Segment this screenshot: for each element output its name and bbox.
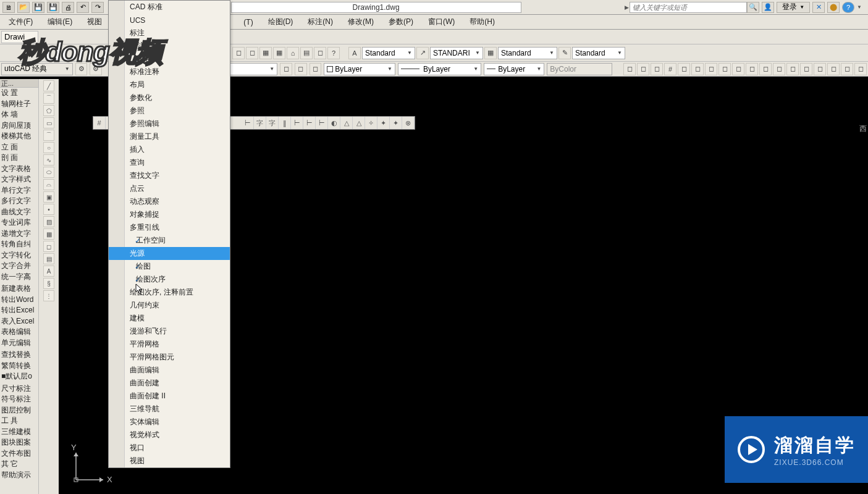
text-panel-item[interactable]: 多行文字 bbox=[0, 196, 38, 207]
text-panel-item[interactable]: 单元编辑 bbox=[0, 338, 38, 349]
tool-icon[interactable]: ▦ bbox=[259, 47, 272, 59]
dropdown-item[interactable]: 实体编辑 bbox=[109, 416, 230, 429]
dropdown-item[interactable]: 曲面编辑 bbox=[109, 364, 230, 377]
text-panel-item[interactable]: 轴网柱子 bbox=[0, 99, 38, 110]
text-panel-item[interactable]: 繁简转换 bbox=[0, 361, 38, 372]
workspace-gear-icon[interactable]: ⚙ bbox=[90, 63, 102, 75]
dropdown-item[interactable]: 绘图次序, 注释前置 bbox=[109, 286, 230, 299]
table-style-dropdown[interactable]: Standard▼ bbox=[498, 47, 557, 59]
rect-icon[interactable]: ▭ bbox=[43, 117, 54, 128]
text-panel-item[interactable]: 剖 面 bbox=[0, 153, 38, 164]
dropdown-item[interactable]: 参照 bbox=[109, 104, 230, 117]
title-right-caret-icon[interactable]: ▶ bbox=[623, 4, 630, 10]
right-tool-icon[interactable]: ◻ bbox=[623, 63, 636, 75]
ft-icon[interactable]: 字 bbox=[254, 117, 266, 129]
dropdown-item[interactable]: 平滑网格图元 bbox=[109, 351, 230, 364]
hatch-icon[interactable]: ▨ bbox=[43, 216, 54, 227]
dropdown-item[interactable]: 三维导航 bbox=[109, 403, 230, 416]
tool-icon[interactable]: ▤ bbox=[300, 47, 313, 59]
tool-icon[interactable]: ▦ bbox=[273, 47, 285, 59]
ft-icon[interactable]: ✦ bbox=[390, 117, 402, 129]
right-tool-icon[interactable]: ◻ bbox=[827, 63, 840, 75]
ft-icon[interactable]: ⊢ bbox=[303, 117, 316, 129]
workspace-settings-icon[interactable]: ⚙ bbox=[75, 63, 88, 75]
ellipse-icon[interactable]: ⬭ bbox=[43, 167, 54, 178]
ft-icon[interactable]: ⊗ bbox=[402, 117, 415, 129]
dropdown-item[interactable]: 视口 bbox=[109, 442, 230, 454]
workspace-dropdown[interactable]: utoCAD 经典▼ bbox=[1, 63, 73, 75]
tool-icon[interactable]: ◻ bbox=[232, 47, 245, 59]
gradient-icon[interactable]: ▦ bbox=[43, 228, 54, 240]
linetype-dropdown[interactable]: ByLayer▼ bbox=[398, 63, 481, 75]
text-panel-item[interactable]: 房间屋顶 bbox=[0, 120, 38, 132]
layer-dropdown[interactable]: ▼ bbox=[228, 63, 277, 75]
polygon-icon[interactable]: ⬠ bbox=[43, 105, 54, 116]
ft-icon[interactable]: ⊢ bbox=[291, 117, 303, 129]
tool-icon[interactable]: ⌂ bbox=[287, 47, 299, 59]
menu-edit[interactable]: 编辑(E) bbox=[40, 15, 80, 29]
dropdown-item[interactable]: 动态观察 bbox=[109, 195, 230, 208]
dim-style-dropdown[interactable]: STANDARI▼ bbox=[430, 47, 483, 59]
mleader-style-dropdown[interactable]: Standard▼ bbox=[572, 47, 625, 59]
dropdown-item[interactable]: 点云 bbox=[109, 182, 230, 195]
text-panel-item[interactable]: 文字合并 bbox=[0, 261, 38, 272]
text-style-dropdown[interactable]: Standard▼ bbox=[362, 47, 415, 59]
dropdown-item[interactable]: 视图 bbox=[109, 454, 230, 467]
right-tool-icon[interactable]: ◻ bbox=[705, 63, 717, 75]
text-panel-item[interactable]: 曲线文字 bbox=[0, 207, 38, 218]
dropdown-item[interactable]: CAD 标准 bbox=[109, 1, 230, 14]
ellipsearc-icon[interactable]: ⌓ bbox=[43, 179, 54, 190]
qat-undo-icon[interactable]: ↶ bbox=[77, 2, 89, 13]
layer-icon[interactable]: ◻ bbox=[295, 63, 307, 75]
text-panel-item[interactable]: 文件布图 bbox=[0, 448, 38, 459]
color-dropdown[interactable]: ByLayer▼ bbox=[324, 63, 395, 75]
point-icon[interactable]: • bbox=[43, 204, 54, 215]
dropdown-item[interactable]: 参数化 bbox=[109, 91, 230, 104]
right-tool-icon[interactable]: ◻ bbox=[746, 63, 758, 75]
search-button-icon[interactable]: 🔍 bbox=[747, 2, 759, 13]
circle-icon[interactable]: ○ bbox=[43, 142, 54, 153]
qat-print-icon[interactable]: 🖨 bbox=[62, 2, 74, 13]
dim-style-icon[interactable]: ↗ bbox=[416, 47, 429, 59]
tool-icon[interactable]: ◻ bbox=[314, 47, 326, 59]
dropdown-item[interactable]: 查找文字 bbox=[109, 169, 230, 182]
ft-icon[interactable]: ⊢ bbox=[316, 117, 328, 129]
text-panel-item[interactable]: 转出Excel bbox=[0, 305, 38, 316]
table-style-icon[interactable]: ▦ bbox=[484, 47, 497, 59]
more-icon[interactable]: ⋮ bbox=[43, 290, 54, 301]
pline-icon[interactable]: ⌒ bbox=[43, 93, 54, 104]
qat-open-icon[interactable]: 📂 bbox=[17, 2, 30, 13]
menu-tools[interactable]: (T) bbox=[236, 16, 260, 28]
layer-icon[interactable]: ◻ bbox=[280, 63, 292, 75]
text-panel-item[interactable]: ■默认层o bbox=[0, 371, 38, 382]
text-panel-item[interactable]: 表格编辑 bbox=[0, 327, 38, 338]
exchange-icon[interactable]: ✕ bbox=[812, 2, 825, 13]
text-panel-item[interactable]: 表入Excel bbox=[0, 316, 38, 327]
text-panel-item[interactable]: 图块图案 bbox=[0, 437, 38, 448]
text-panel-item[interactable]: 体 墙 bbox=[0, 109, 38, 120]
text-panel-item[interactable]: 转出Word bbox=[0, 295, 38, 306]
dropdown-item[interactable]: 标准注释 bbox=[109, 65, 230, 78]
line-icon[interactable]: ╱ bbox=[43, 80, 54, 91]
tool-icon[interactable]: ◻ bbox=[246, 47, 258, 59]
right-tool-icon[interactable]: ◻ bbox=[773, 63, 785, 75]
text-panel-item[interactable]: 文字转化 bbox=[0, 250, 38, 261]
user-icon[interactable]: 👤 bbox=[762, 2, 774, 13]
dropdown-item[interactable]: 测量工具 bbox=[109, 130, 230, 143]
dropdown-item[interactable]: 参照编辑 bbox=[109, 117, 230, 130]
ft-icon[interactable]: △ bbox=[353, 117, 365, 129]
menu-window[interactable]: 窗口(W) bbox=[421, 15, 462, 29]
right-tool-icon[interactable]: ◻ bbox=[814, 63, 826, 75]
text-panel-item[interactable]: 其 它 bbox=[0, 459, 38, 470]
login-button[interactable]: 登录 ▼ bbox=[777, 2, 810, 13]
right-tool-icon[interactable]: ◻ bbox=[718, 63, 731, 75]
text-style-icon[interactable]: A bbox=[348, 47, 361, 59]
menu-view[interactable]: 视图 bbox=[80, 15, 109, 29]
document-tab[interactable]: Drawi bbox=[1, 31, 38, 43]
dropdown-item[interactable]: 漫游和飞行 bbox=[109, 325, 230, 338]
dropdown-item[interactable]: 多重引线 bbox=[109, 221, 230, 234]
text-panel-item[interactable]: 专业词库 bbox=[0, 217, 38, 228]
tool-icon[interactable]: ? bbox=[327, 47, 340, 59]
dropdown-item[interactable]: 标注约束 bbox=[109, 40, 230, 52]
table-icon[interactable]: ▤ bbox=[43, 253, 54, 264]
